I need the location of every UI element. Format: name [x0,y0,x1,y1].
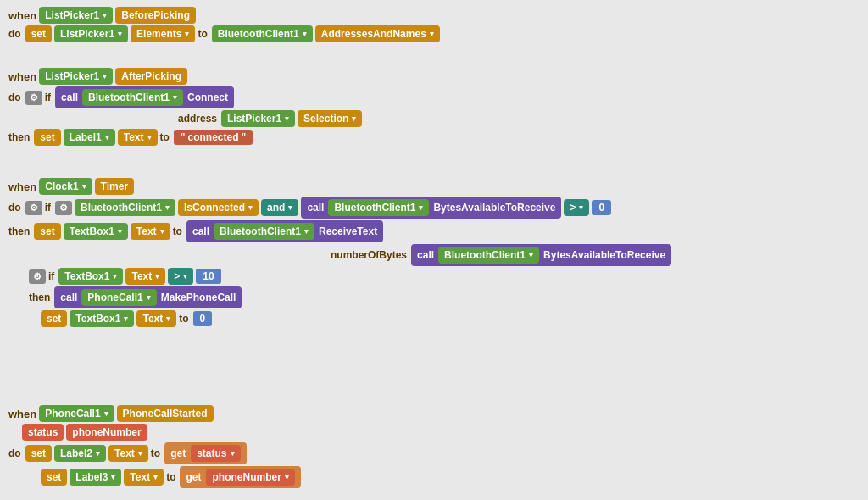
if-keyword-1: if [45,92,51,103]
params-row: status phoneNumber [22,424,301,441]
get-phonenumber-block[interactable]: get phoneNumber ▾ [180,466,300,488]
do-if-row: do ⚙ if call BluetoothClient1 ▾ Connect [8,86,362,108]
status-get-val[interactable]: status ▾ [191,445,240,462]
isconnected-prop[interactable]: IsConnected ▾ [178,199,259,216]
status-param[interactable]: status [22,424,64,441]
call-bytes-available-2[interactable]: call BluetoothClient1 ▾ BytesAvailableTo… [411,244,671,266]
do-keyword-2: do [8,92,21,103]
phonecallstarted-event[interactable]: PhoneCallStarted [117,405,214,422]
when-row-1: when ListPicker1 ▾ BeforePicking [8,7,440,24]
addresses-names-prop[interactable]: AddressesAndNames ▾ [315,25,440,42]
numbytes-label: numberOfBytes [331,249,407,261]
text-prop-6[interactable]: Text ▾ [108,445,148,462]
if-keyword-2: if [45,202,51,214]
dropdown-arrow[interactable]: ▾ [430,30,434,38]
timer-event[interactable]: Timer [95,178,134,195]
do-if-row-3: do ⚙ if ⚙ BluetoothClient1 ▾ IsConnected… [8,197,671,219]
num-0-block[interactable]: 0 [592,200,611,215]
set2-row: set TextBox1 ▾ Text ▾ to 0 [41,310,671,327]
then2-keyword: then [29,292,50,303]
set-label3[interactable]: set [41,469,67,486]
call-bytes-block[interactable]: call BluetoothClient1 ▾ BytesAvailableTo… [301,197,561,219]
bluetooth-client-connect[interactable]: BluetoothClient1 ▾ [82,89,183,106]
if2-keyword: if [48,270,54,282]
listpicker1-after[interactable]: ListPicker1 ▾ [39,68,113,85]
when-keyword-2: when [8,70,36,83]
gear-and[interactable]: ⚙ [55,201,72,215]
to2-keyword: to [179,313,188,325]
label2-comp[interactable]: Label2 ▾ [54,445,106,462]
then-row-1: then set Label1 ▾ Text ▾ to " connected … [8,129,362,146]
label1-comp[interactable]: Label1 ▾ [64,129,115,146]
clock1-comp[interactable]: Clock1 ▾ [39,178,92,195]
phonenumber-get-val[interactable]: phoneNumber ▾ [206,469,294,486]
do-keyword-4: do [8,447,21,459]
before-picking-block[interactable]: BeforePicking [115,7,196,24]
bluetooth-bytes-comp[interactable]: BluetoothClient1 ▾ [328,199,429,216]
listpicker1-elements[interactable]: ListPicker1 ▾ [54,25,128,42]
phonecall1-comp[interactable]: PhoneCall1 ▾ [81,289,156,306]
text-prop-4[interactable]: Text ▾ [125,268,165,285]
dropdown-arrow[interactable]: ▾ [185,30,189,38]
num-10-block[interactable]: 10 [196,269,220,284]
group3: when Clock1 ▾ Timer do ⚙ if ⚙ BluetoothC… [8,178,671,327]
listpicker1-selection[interactable]: ListPicker1 ▾ [221,110,295,127]
do-row-1: do set ListPicker1 ▾ Elements ▾ to Bluet… [8,25,440,42]
textbox1-comp-3[interactable]: TextBox1 ▾ [70,310,134,327]
call-connect-block[interactable]: call BluetoothClient1 ▾ Connect [55,86,234,108]
dropdown-arrow[interactable]: ▾ [103,72,107,81]
call-makephonecall[interactable]: call PhoneCall1 ▾ MakePhoneCall [54,286,242,308]
group4: when PhoneCall1 ▾ PhoneCallStarted statu… [8,405,301,488]
group1: when ListPicker1 ▾ BeforePicking do set … [8,7,440,42]
bluetooth-bytes-2[interactable]: BluetoothClient1 ▾ [438,247,539,264]
num-0-2[interactable]: 0 [193,311,213,326]
dropdown-arrow[interactable]: ▾ [303,30,307,38]
selection-prop[interactable]: Selection ▾ [298,110,362,127]
and-block[interactable]: and ▾ [261,199,298,216]
text-prop-5[interactable]: Text ▾ [136,310,176,327]
listpicker1-before[interactable]: ListPicker1 ▾ [39,7,113,24]
bluetooth-receivetext[interactable]: BluetoothClient1 ▾ [214,223,314,240]
label3-comp[interactable]: Label3 ▾ [70,469,121,486]
text-prop-3[interactable]: Text ▾ [131,223,170,240]
bluetooth-isconnected[interactable]: BluetoothClient1 ▾ [75,199,175,216]
call-receivetext-block[interactable]: call BluetoothClient1 ▾ ReceiveText [186,220,383,242]
to-keyword-1: to [198,28,207,40]
do-keyword-3: do [8,202,21,214]
do-row-4: do set Label2 ▾ Text ▾ to get status ▾ [8,442,301,464]
phonenumber-param[interactable]: phoneNumber [66,424,147,441]
set2-textbox1[interactable]: set [41,310,67,327]
set-block-1[interactable]: set [25,25,52,42]
textbox1-comp-2[interactable]: TextBox1 ▾ [58,268,123,285]
get-status-block[interactable]: get status ▾ [164,442,246,464]
address-label: address [178,113,217,125]
to2-keyword-2: to [166,471,175,483]
text-prop-1[interactable]: Text ▾ [118,129,158,146]
text-prop-7[interactable]: Text ▾ [124,469,164,486]
to-keyword-2: to [160,131,170,143]
gear-if-2[interactable]: ⚙ [25,201,42,215]
then-keyword-3: then [8,225,30,237]
when-row-4: when PhoneCall1 ▾ PhoneCallStarted [8,405,301,422]
gt-block[interactable]: > ▾ [564,199,589,216]
gear-if-3[interactable]: ⚙ [29,269,46,284]
gt2-block[interactable]: > ▾ [168,268,193,285]
gear-if-1[interactable]: ⚙ [25,91,42,105]
elements-prop[interactable]: Elements ▾ [131,25,195,42]
dropdown-arrow[interactable]: ▾ [103,11,107,19]
group2: when ListPicker1 ▾ AfterPicking do ⚙ if … [8,68,362,146]
set-label1-text[interactable]: set [34,129,60,146]
connected-string[interactable]: " connected " [174,130,253,145]
bluetooth-client1[interactable]: BluetoothClient1 ▾ [212,25,313,42]
phonecall1-comp-2[interactable]: PhoneCall1 ▾ [39,405,114,422]
if2-row: ⚙ if TextBox1 ▾ Text ▾ > ▾ 10 [29,268,671,285]
after-picking-block[interactable]: AfterPicking [115,68,187,85]
then2-row: then call PhoneCall1 ▾ MakePhoneCall [29,286,671,308]
numbytes-row: numberOfBytes call BluetoothClient1 ▾ By… [331,244,671,266]
textbox1-comp-1[interactable]: TextBox1 ▾ [64,223,128,240]
set-textbox1[interactable]: set [34,223,60,240]
set-label2[interactable]: set [25,445,52,462]
dropdown-arrow[interactable]: ▾ [118,30,122,38]
set3-row: set Label3 ▾ Text ▾ to get phoneNumber ▾ [41,466,301,488]
do-keyword-1: do [8,28,21,40]
